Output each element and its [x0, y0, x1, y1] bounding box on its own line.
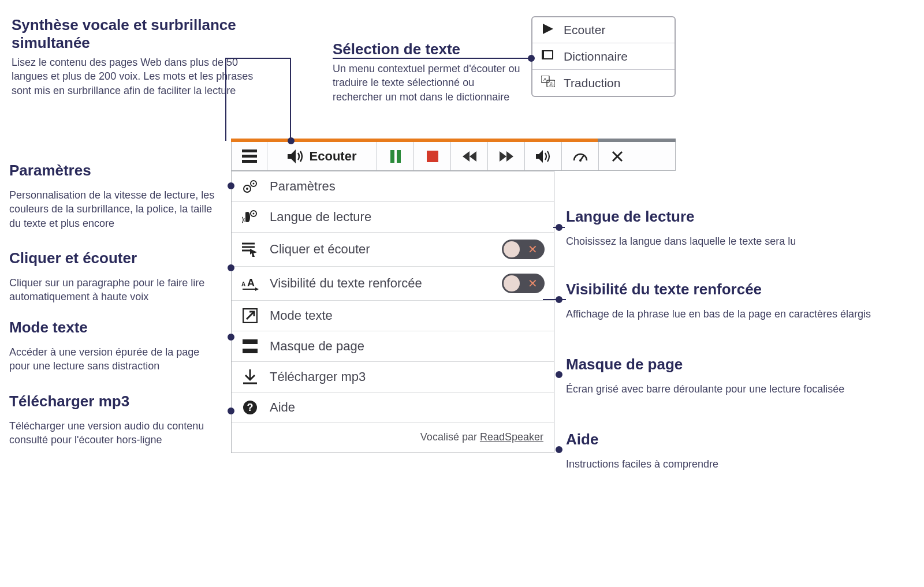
- svg-marker-12: [463, 151, 470, 162]
- svg-marker-8: [288, 149, 296, 163]
- context-menu-listen[interactable]: Ecouter: [532, 17, 675, 43]
- svg-rect-3: [543, 51, 544, 58]
- annotation-lang-title: Langue de lecture: [566, 208, 901, 226]
- annotation-help-body: Instructions faciles à comprendre: [566, 454, 901, 471]
- toggle-click-listen[interactable]: ✕: [502, 240, 545, 259]
- annotation-select: Sélection de texte Un menu contextuel pe…: [333, 40, 523, 104]
- leader-dot: [228, 334, 234, 341]
- menu-button[interactable]: [232, 142, 267, 170]
- play-icon: [541, 24, 556, 37]
- rewind-button[interactable]: [451, 142, 488, 170]
- menu-item-lang[interactable]: Langue de lecture: [232, 202, 554, 233]
- annotation-click-desc: Cliquer sur un paragraphe pour le faire …: [9, 276, 223, 304]
- annotation-select-desc: Un menu contextuel permet d'écouter ou t…: [333, 62, 523, 104]
- leader-dot: [528, 55, 535, 62]
- annotation-lang-desc: Choisissez la langue dans laquelle le te…: [566, 234, 901, 248]
- gears-icon: [241, 178, 259, 195]
- listen-button-label: Ecouter: [310, 149, 357, 164]
- svg-rect-2: [543, 51, 552, 58]
- svg-marker-34: [255, 287, 259, 291]
- leader-line: [225, 58, 291, 59]
- stop-button[interactable]: [414, 142, 451, 170]
- annotation-params-body: Personnalisation de la vitesse de lectur…: [9, 185, 223, 230]
- svg-text:A: A: [247, 277, 255, 289]
- context-menu: Ecouter Dictionnaire Aあ Traduction: [531, 16, 676, 97]
- context-menu-dictionary[interactable]: Dictionnaire: [532, 43, 675, 70]
- annotation-mp3-desc: Télécharger une version audio du contenu…: [9, 419, 223, 447]
- annotation-params-title: Paramètres: [9, 162, 223, 180]
- volume-button[interactable]: [525, 142, 562, 170]
- close-button[interactable]: [599, 142, 636, 170]
- annotation-tts-title: Synthèse vocale et surbrillance simultan…: [12, 16, 254, 52]
- leader-line: [553, 227, 565, 228]
- menu-item-vis[interactable]: AA Visibilité du texte renforcée ✕: [232, 267, 554, 301]
- annotation-vis: Visibilité du texte renforcée: [566, 281, 901, 301]
- svg-rect-38: [243, 349, 258, 353]
- annotation-click-body: Cliquer sur un paragraphe pour le faire …: [9, 272, 223, 304]
- annotation-vis-title: Visibilité du texte renforcée: [566, 281, 901, 298]
- annotation-mask-body: Écran grisé avec barre déroulante pour u…: [566, 379, 901, 396]
- svg-rect-37: [243, 339, 258, 344]
- context-menu-dictionary-label: Dictionnaire: [564, 50, 628, 63]
- svg-text:あ: あ: [549, 81, 554, 87]
- annotation-click: Cliquer et écouter: [9, 249, 223, 270]
- menu-item-params-label: Paramètres: [270, 179, 545, 194]
- svg-marker-0: [543, 24, 553, 34]
- svg-rect-11: [427, 151, 438, 162]
- annotation-mp3-body: Télécharger une version audio du contenu…: [9, 416, 223, 447]
- annotation-mask: Masque de page: [566, 356, 901, 376]
- annotation-tts-desc: Lisez le contenu des pages Web dans plus…: [12, 55, 254, 98]
- svg-point-26: [253, 213, 255, 215]
- menu-item-text[interactable]: Mode texte: [232, 301, 554, 331]
- speaker-icon: [288, 149, 304, 163]
- leader-dot: [288, 137, 295, 144]
- listen-button[interactable]: Ecouter: [267, 142, 377, 170]
- menu-item-mask[interactable]: Masque de page: [232, 331, 554, 362]
- forward-button[interactable]: [488, 142, 525, 170]
- menu-item-params[interactable]: Paramètres: [232, 171, 554, 202]
- pause-button[interactable]: [377, 142, 414, 170]
- menu-item-help[interactable]: ? Aide: [232, 392, 554, 423]
- context-menu-translate-label: Traduction: [564, 76, 620, 90]
- popout-icon: [241, 308, 259, 324]
- annotation-mp3-title: Télécharger mp3: [9, 392, 223, 410]
- menu-item-text-label: Mode texte: [270, 308, 545, 323]
- menu-item-vis-label: Visibilité du texte renforcée: [270, 276, 491, 291]
- leader-line: [543, 299, 566, 300]
- speed-button[interactable]: [562, 142, 599, 170]
- footer-brand-link[interactable]: ReadSpeaker: [480, 431, 543, 443]
- annotation-vis-body: Affichage de la phrase lue en bas de la …: [566, 304, 901, 321]
- annotation-help-title: Aide: [566, 431, 901, 448]
- leader-dot: [228, 407, 234, 414]
- menu-dropdown: Paramètres Langue de lecture Cliquer et …: [231, 171, 554, 453]
- volume-icon: [536, 150, 551, 163]
- annotation-mp3: Télécharger mp3: [9, 392, 223, 413]
- svg-point-18: [579, 159, 582, 162]
- annotation-text: Mode texte: [9, 319, 223, 339]
- svg-text:?: ?: [247, 402, 254, 413]
- menu-item-mp3[interactable]: Télécharger mp3: [232, 362, 554, 392]
- svg-rect-10: [397, 150, 401, 163]
- annotation-help: Aide: [566, 431, 901, 451]
- menu-item-lang-label: Langue de lecture: [270, 210, 545, 225]
- annotation-click-title: Cliquer et écouter: [9, 249, 223, 267]
- leader-dot: [228, 264, 234, 271]
- annotation-mask-title: Masque de page: [566, 356, 901, 373]
- leader-line: [333, 58, 531, 59]
- footer-prefix: Vocalisé par: [420, 431, 480, 443]
- annotation-params: Paramètres: [9, 162, 223, 182]
- annotation-help-desc: Instructions faciles à comprendre: [566, 457, 901, 471]
- download-icon: [241, 369, 259, 385]
- svg-text:A: A: [241, 281, 245, 287]
- menu-item-click[interactable]: Cliquer et écouter ✕: [232, 233, 554, 267]
- translate-icon: Aあ: [541, 76, 556, 90]
- annotation-select-title: Sélection de texte: [333, 40, 523, 58]
- annotation-lang: Langue de lecture: [566, 208, 901, 228]
- svg-marker-16: [536, 150, 543, 163]
- svg-point-24: [253, 183, 255, 185]
- context-menu-translate[interactable]: Aあ Traduction: [532, 70, 675, 96]
- toggle-enhanced-visibility[interactable]: ✕: [502, 274, 545, 293]
- annotation-text-title: Mode texte: [9, 319, 223, 337]
- help-icon: ?: [241, 399, 259, 416]
- svg-marker-15: [506, 151, 513, 162]
